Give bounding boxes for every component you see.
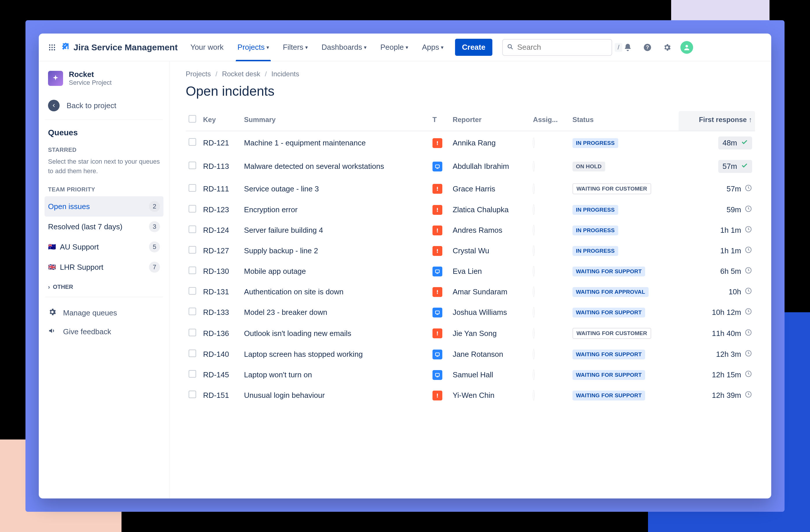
status-lozenge[interactable]: IN PROGRESS (572, 205, 618, 215)
issue-summary-link[interactable]: Model 23 - breaker down (244, 308, 327, 317)
issue-summary-link[interactable]: Authentication on site is down (244, 287, 344, 296)
settings-icon[interactable] (661, 41, 674, 54)
issue-key[interactable]: RD-130 (200, 261, 241, 282)
notifications-icon[interactable] (621, 41, 634, 54)
issue-summary-link[interactable]: Mobile app outage (244, 267, 306, 276)
row-checkbox[interactable] (189, 162, 196, 169)
issue-key[interactable]: RD-145 (200, 365, 241, 385)
manage-queues[interactable]: Manage queues (39, 303, 169, 322)
status-lozenge[interactable]: IN PROGRESS (572, 138, 618, 148)
queue-item[interactable]: Open issues2 (45, 196, 163, 217)
help-icon[interactable]: ? (641, 41, 654, 54)
assignee-avatar[interactable] (533, 161, 534, 171)
row-checkbox[interactable] (189, 307, 196, 315)
issue-summary-link[interactable]: Unusual login behaviour (244, 391, 325, 400)
assignee-avatar[interactable] (533, 184, 534, 194)
row-checkbox[interactable] (189, 205, 196, 213)
nav-dashboards[interactable]: Dashboards▾ (317, 34, 372, 61)
back-to-project[interactable]: Back to project (39, 95, 169, 119)
nav-projects[interactable]: Projects▾ (232, 34, 274, 61)
assignee-avatar[interactable] (533, 266, 534, 276)
col-assignee[interactable]: Assig... (530, 111, 570, 131)
nav-filters[interactable]: Filters▾ (278, 34, 313, 61)
assignee-avatar[interactable] (533, 329, 534, 338)
assignee-avatar[interactable] (533, 349, 534, 359)
issue-key[interactable]: RD-113 (200, 155, 241, 178)
issue-key[interactable]: RD-133 (200, 302, 241, 323)
issue-key[interactable]: RD-111 (200, 178, 241, 199)
issue-key[interactable]: RD-131 (200, 282, 241, 302)
issue-summary-link[interactable]: Server failure building 4 (244, 226, 323, 234)
row-checkbox[interactable] (189, 184, 196, 192)
row-checkbox[interactable] (189, 350, 196, 357)
nav-people[interactable]: People▾ (375, 34, 414, 61)
row-checkbox[interactable] (189, 329, 196, 336)
issue-summary-link[interactable]: Laptop screen has stopped working (244, 350, 363, 359)
col-summary[interactable]: Summary (241, 111, 430, 131)
issue-key[interactable]: RD-151 (200, 385, 241, 406)
assignee-avatar[interactable] (533, 138, 534, 148)
status-lozenge[interactable]: WAITING FOR SUPPORT (572, 370, 645, 380)
status-lozenge[interactable]: WAITING FOR SUPPORT (572, 267, 645, 277)
assignee-avatar[interactable] (533, 225, 534, 235)
issue-key[interactable]: RD-123 (200, 199, 241, 220)
status-lozenge[interactable]: WAITING FOR CUSTOMER (572, 183, 651, 194)
assignee-avatar[interactable] (533, 205, 534, 215)
product-brand[interactable]: Jira Service Management (61, 41, 178, 53)
breadcrumb-projects[interactable]: Projects (186, 70, 211, 78)
row-checkbox[interactable] (189, 138, 196, 146)
issue-key[interactable]: RD-127 (200, 240, 241, 261)
status-lozenge[interactable]: ON HOLD (572, 162, 605, 171)
col-reporter[interactable]: Reporter (450, 111, 530, 131)
nav-your-work[interactable]: Your work (185, 34, 229, 61)
queue-item[interactable]: Resolved (last 7 days)3 (39, 217, 169, 237)
row-checkbox[interactable] (189, 226, 196, 233)
issue-summary-link[interactable]: Machine 1 - equipment maintenance (244, 138, 366, 147)
global-search[interactable]: / (502, 39, 612, 56)
issue-summary-link[interactable]: Encryption error (244, 205, 298, 214)
search-input[interactable] (517, 43, 611, 52)
breadcrumb-rocket-desk[interactable]: Rocket desk (222, 70, 260, 78)
status-lozenge[interactable]: WAITING FOR SUPPORT (572, 307, 645, 317)
select-all-checkbox[interactable] (189, 115, 196, 122)
app-switcher-icon[interactable] (46, 41, 59, 54)
status-lozenge[interactable]: WAITING FOR SUPPORT (572, 390, 645, 400)
project-header[interactable]: Rocket Service Project (39, 70, 169, 95)
status-lozenge[interactable]: WAITING FOR CUSTOMER (572, 328, 651, 339)
col-type[interactable]: T (430, 111, 450, 131)
col-key[interactable]: Key (200, 111, 241, 131)
assignee-avatar[interactable] (533, 246, 534, 255)
issue-key[interactable]: RD-136 (200, 323, 241, 344)
issue-summary-link[interactable]: Malware detected on several workstations (244, 162, 384, 171)
col-first-response[interactable]: First response ↑ (679, 111, 755, 131)
status-lozenge[interactable]: WAITING FOR APPROVAL (572, 287, 649, 297)
issue-summary-link[interactable]: Supply backup - line 2 (244, 246, 318, 255)
row-checkbox[interactable] (189, 246, 196, 253)
assignee-avatar[interactable] (533, 287, 534, 297)
assignee-avatar[interactable] (533, 370, 534, 380)
row-checkbox[interactable] (189, 370, 196, 378)
profile-avatar[interactable] (680, 41, 693, 54)
issue-summary-link[interactable]: Laptop won't turn on (244, 370, 312, 379)
row-checkbox[interactable] (189, 287, 196, 295)
issue-key[interactable]: RD-121 (200, 131, 241, 155)
issue-key[interactable]: RD-124 (200, 220, 241, 240)
other-section-toggle[interactable]: › OTHER (39, 277, 169, 297)
issue-key[interactable]: RD-140 (200, 344, 241, 365)
issue-summary-link[interactable]: Service outage - line 3 (244, 184, 319, 193)
queue-item[interactable]: 🇦🇺AU Support5 (39, 237, 169, 257)
status-lozenge[interactable]: IN PROGRESS (572, 226, 618, 235)
issue-summary-link[interactable]: Outlook isn't loading new emails (244, 329, 352, 338)
assignee-avatar[interactable] (533, 307, 534, 317)
row-checkbox[interactable] (189, 267, 196, 274)
queue-item[interactable]: 🇬🇧LHR Support7 (39, 257, 169, 277)
row-checkbox[interactable] (189, 390, 196, 398)
status-lozenge[interactable]: IN PROGRESS (572, 246, 618, 256)
col-status[interactable]: Status (570, 111, 679, 131)
create-button[interactable]: Create (455, 39, 492, 56)
give-feedback[interactable]: Give feedback (39, 322, 169, 341)
assignee-avatar[interactable] (533, 390, 534, 400)
status-lozenge[interactable]: WAITING FOR SUPPORT (572, 350, 645, 360)
nav-apps[interactable]: Apps▾ (417, 34, 449, 61)
breadcrumb-incidents[interactable]: Incidents (271, 70, 299, 78)
